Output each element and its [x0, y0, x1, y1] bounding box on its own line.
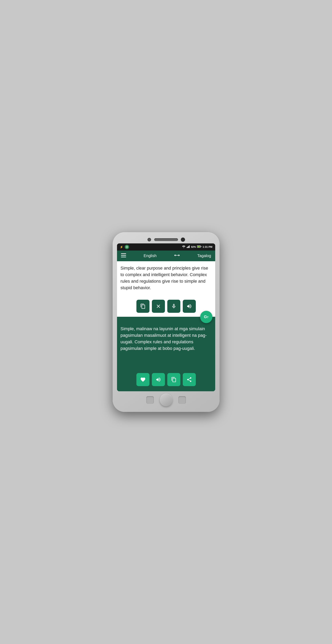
svg-rect-9: [121, 255, 126, 256]
status-left: ⚡: [120, 245, 129, 249]
svg-rect-3: [189, 246, 190, 248]
svg-rect-10: [121, 257, 126, 257]
signal-icon: [187, 245, 190, 248]
speaker-output-button[interactable]: [152, 373, 165, 386]
translated-text: Simple, malinaw na layunin at mga simula…: [121, 326, 212, 369]
battery-icon: ⚡: [197, 246, 201, 248]
microphone-button[interactable]: [167, 300, 180, 313]
svg-text:⚡: ⚡: [198, 246, 200, 248]
camera-dot: [148, 238, 151, 242]
back-button[interactable]: [146, 396, 154, 404]
copy-output-button[interactable]: [167, 373, 180, 386]
battery-percent: 92%: [191, 246, 196, 248]
target-language-label[interactable]: Tagalog: [197, 254, 211, 258]
translation-area: Simple, malinaw na layunin at mga simula…: [117, 317, 215, 391]
phone-screen: ⚡: [117, 244, 215, 391]
clear-button[interactable]: [152, 300, 165, 313]
favorite-button[interactable]: [136, 373, 150, 386]
speaker-grille: [154, 238, 178, 241]
source-language-label[interactable]: English: [144, 254, 157, 258]
phone-frame: ⚡: [113, 232, 220, 412]
svg-rect-0: [187, 247, 187, 248]
status-right: 92% ⚡ 1:31 PM: [182, 245, 212, 248]
app-header: English Tagalog: [117, 250, 215, 261]
input-action-buttons: [121, 296, 212, 314]
svg-rect-8: [121, 253, 126, 254]
phone-bottom-bar: [117, 394, 215, 406]
wifi-icon: [182, 245, 185, 248]
status-bar: ⚡: [117, 244, 215, 250]
google-translate-fab[interactable]: GT: [200, 311, 212, 323]
time-display: 1:31 PM: [202, 246, 212, 248]
translation-action-buttons: [121, 369, 212, 387]
phone-top-bar: [117, 238, 215, 242]
source-text[interactable]: Simple, clear purpose and principles giv…: [121, 265, 212, 296]
usb-icon: ⚡: [120, 246, 123, 248]
share-button[interactable]: [183, 373, 196, 386]
svg-rect-6: [201, 246, 201, 247]
hamburger-menu-icon[interactable]: [121, 253, 126, 258]
swap-languages-icon[interactable]: [174, 253, 180, 258]
google-translate-icon: GT: [204, 314, 209, 319]
svg-rect-1: [187, 246, 188, 248]
clipboard-button[interactable]: [136, 300, 150, 313]
input-area[interactable]: Simple, clear purpose and principles giv…: [117, 261, 215, 317]
home-button[interactable]: [160, 394, 172, 406]
recent-apps-button[interactable]: [178, 396, 186, 404]
svg-rect-2: [188, 246, 189, 248]
front-camera: [181, 238, 185, 242]
speaker-input-button[interactable]: [183, 300, 196, 313]
app-notification-icon: [125, 245, 129, 249]
